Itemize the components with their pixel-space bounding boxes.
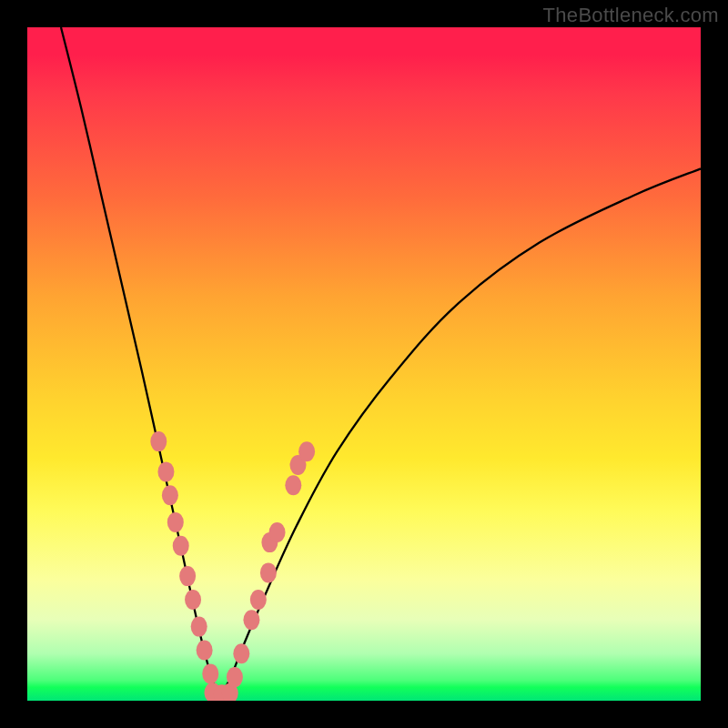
data-marker bbox=[269, 522, 286, 542]
data-marker bbox=[167, 512, 184, 532]
data-marker bbox=[227, 667, 243, 687]
data-marker bbox=[162, 485, 178, 505]
data-marker bbox=[197, 641, 213, 661]
data-marker bbox=[185, 590, 201, 610]
marker-group bbox=[150, 431, 315, 701]
data-marker bbox=[298, 441, 315, 461]
data-marker bbox=[191, 617, 207, 637]
chart-frame: TheBottleneck.com bbox=[0, 0, 728, 728]
watermark-text: TheBottleneck.com bbox=[543, 4, 719, 27]
data-marker bbox=[179, 566, 196, 586]
data-marker bbox=[250, 590, 267, 610]
plot-area bbox=[27, 27, 701, 701]
data-marker bbox=[285, 475, 301, 495]
data-marker bbox=[233, 643, 249, 663]
data-marker bbox=[157, 461, 174, 481]
data-marker bbox=[202, 663, 218, 683]
chart-svg bbox=[27, 27, 701, 701]
data-marker bbox=[150, 431, 167, 451]
data-marker bbox=[260, 562, 277, 582]
curve-right-branch bbox=[219, 168, 701, 695]
data-marker bbox=[173, 536, 189, 556]
data-marker bbox=[243, 610, 259, 630]
